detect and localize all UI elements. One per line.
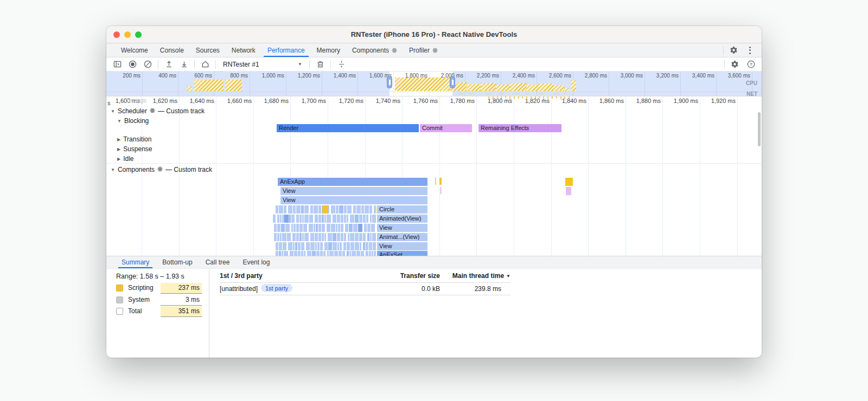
flame-slice [348,233,349,241]
tab-components[interactable]: Components [346,43,403,57]
overview-tick-label: 3,200 ms [656,73,680,79]
scheduler-bar-commit[interactable]: Commit [420,124,472,132]
flame-slice [279,242,282,250]
flame-slice [342,251,345,256]
collapse-triangle-icon[interactable]: ▼ [111,109,115,114]
expand-triangle-icon[interactable]: ▶ [117,137,120,142]
performance-toolbar: RNTester #1 ▼ ? [106,57,762,72]
flame-slice [320,251,323,256]
component-bar[interactable]: Circle [377,205,427,214]
track-scheduler[interactable]: ▼ Scheduler — Custom track [111,107,205,115]
component-bar[interactable]: Animat...(View) [377,233,427,241]
tab-memory[interactable]: Memory [311,43,346,57]
legend-label: Total [128,307,142,315]
capture-settings-gear-icon[interactable] [728,58,741,71]
scheduler-bar-remaining-effects[interactable]: Remaining Effects [478,124,561,132]
flame-slice [334,251,338,256]
toggle-sidebar-icon[interactable] [111,58,124,71]
flame-slice [371,224,375,232]
flame-tick-label: 1,700 ms [296,98,326,104]
flame-tick-label: 1,860 ms [594,98,624,104]
expand-triangle-icon[interactable]: ▶ [117,147,120,152]
flame-slice [343,242,346,250]
flame-slice [296,233,299,241]
clear-icon[interactable] [141,58,154,71]
component-bar[interactable]: View [280,187,427,195]
collapse-triangle-icon[interactable]: ▼ [117,119,122,124]
flame-slice [315,233,318,241]
track-components[interactable]: ▼ Components — Custom track [111,166,212,173]
component-bar[interactable]: Animated(View) [377,215,427,223]
overview-tick-label: 3,400 ms [692,73,716,79]
component-bar[interactable]: View [377,224,427,232]
collapse-triangle-icon[interactable]: ▼ [111,167,115,172]
range-label: Range: 1.58 s – 1.93 s [116,273,184,280]
bottom-tab-event-log[interactable]: Event log [236,256,276,268]
flame-slice [344,215,346,223]
live-metrics-home-icon[interactable] [199,58,212,71]
time-column-header[interactable]: Main thread time ▼ [452,272,510,280]
target-select-dropdown[interactable]: RNTester #1 ▼ [220,59,305,70]
component-bar[interactable]: AnExSet [377,251,427,256]
collect-garbage-icon[interactable] [314,58,327,71]
save-profile-icon[interactable] [177,58,190,71]
react-atom-icon [432,48,438,53]
track-blocking[interactable]: ▼ Blocking [117,117,149,125]
selection-right-handle[interactable] [450,76,455,88]
flame-slice [341,224,343,232]
transfer-column-header[interactable]: Transfer size [400,272,440,280]
flame-slice [327,215,331,223]
flame-gridline [626,96,626,256]
flame-slice [365,205,369,214]
bottom-tab-bottom-up[interactable]: Bottom-up [156,256,199,268]
selection-left-handle[interactable] [387,76,392,88]
tab-network[interactable]: Network [226,43,261,57]
bottom-tab-call-tree[interactable]: Call tree [199,256,237,268]
tab-performance[interactable]: Performance [261,43,311,57]
track-transition[interactable]: ▶ Transition [117,135,151,143]
expand-triangle-icon[interactable]: ▶ [117,157,120,161]
flame-event-mark [375,205,376,214]
bottom-tab-summary[interactable]: Summary [115,256,156,268]
divider [309,60,310,69]
load-profile-icon[interactable] [162,58,175,71]
timings-track-ghost-label: Timings [126,97,146,104]
flame-slice [320,242,323,250]
tab-profiler[interactable]: Profiler [403,43,444,57]
flame-slice [370,233,372,241]
settings-gear-icon[interactable] [727,44,740,57]
more-options-kebab-icon[interactable] [743,44,756,57]
party-table-row[interactable]: [unattributed]1st party0.0 kB239.8 ms [220,283,510,295]
flame-chart[interactable]: 1,600 ms1,620 ms1,640 ms1,660 ms1,680 ms… [106,96,762,256]
flame-slice [310,205,313,214]
component-bar[interactable]: View [280,196,427,204]
track-idle[interactable]: ▶ Idle [117,155,134,163]
flame-slice [303,224,307,232]
component-bar[interactable]: View [377,242,427,250]
timing-marker-dash [543,96,544,100]
component-bar[interactable]: AnExApp [278,178,427,186]
help-icon[interactable]: ? [744,58,757,71]
timing-marker-dash [526,96,527,100]
window-titlebar[interactable]: RNTester (iPhone 16 Pro) - React Native … [106,26,762,43]
flame-gridline [476,96,477,256]
window-title: RNTester (iPhone 16 Pro) - React Native … [106,26,762,43]
overview-gridline [286,72,286,96]
divider [330,60,331,69]
target-select-value: RNTester #1 [223,61,298,68]
flame-tick-label: 1,680 ms [259,98,289,104]
vertical-scrollbar-thumb[interactable] [758,112,761,146]
record-icon[interactable] [126,58,139,71]
flame-slice [374,251,376,256]
timeline-overview[interactable]: 200 ms400 ms600 ms800 ms1,000 ms1,200 ms… [106,72,762,96]
track-suspense[interactable]: ▶ Suspense [117,145,152,153]
flame-tick-label: 1,760 ms [408,98,438,104]
fit-window-icon[interactable] [335,58,348,71]
first-party-chip: 1st party [261,284,292,292]
tab-sources[interactable]: Sources [190,43,226,57]
party-column-header[interactable]: 1st / 3rd party [220,272,263,280]
tab-welcome[interactable]: Welcome [115,43,154,57]
tab-console[interactable]: Console [154,43,190,57]
timing-marker-dash [552,96,553,99]
scheduler-bar-render[interactable]: Render [277,124,419,132]
